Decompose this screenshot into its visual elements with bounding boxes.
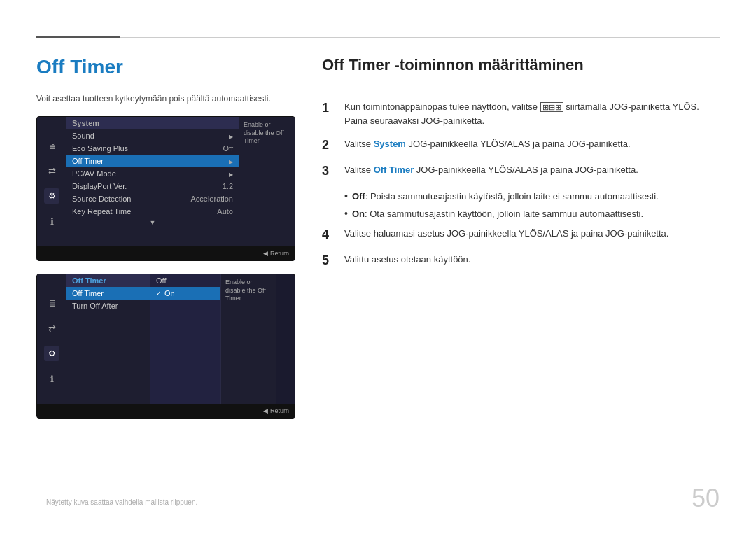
subtitle-text: Voit asettaa tuotteen kytkeytymään pois … — [36, 94, 309, 104]
info-icon: ℹ — [44, 213, 59, 229]
page-number: 50 — [692, 484, 720, 513]
step-5: 5 Valittu asetus otetaan käyttöön. — [322, 253, 720, 269]
steps-list: 1 Kun toimintonäppäinopas tulee näyttöön… — [322, 100, 720, 269]
footer-note: Näytetty kuva saattaa vaihdella mallista… — [36, 498, 197, 506]
page-title: Off Timer — [36, 56, 309, 78]
bullet-off: • Off: Poista sammutusajastin käytöstä, … — [344, 190, 720, 204]
return-button-2: ◀ Return — [263, 407, 289, 414]
step-1: 1 Kun toimintonäppäinopas tulee näyttöön… — [322, 100, 720, 127]
return-button-1: ◀ Return — [263, 250, 289, 257]
step-text-5: Valittu asetus otetaan käyttöön. — [344, 253, 720, 267]
monitor-sidebar-1: 🖥 ⇄ ⚙ ℹ — [37, 117, 66, 246]
sub-option-on: ✓ On — [150, 287, 220, 300]
sub-options-panel: Off ✓ On — [150, 274, 220, 404]
right-column: Off Timer -toiminnon määrittäminen 1 Kun… — [322, 56, 720, 279]
submenu-item-turnoff: Turn Off After — [66, 300, 150, 312]
menu-item-eco: Eco Saving Plus Off — [66, 142, 239, 155]
submenu-header: Off Timer — [66, 274, 150, 287]
monitor-icon: 🖥 — [44, 138, 59, 153]
step-2: 2 Valitse System JOG-painikkeella YLÖS/A… — [322, 137, 720, 153]
monitor-tip-2: Enable or disable the Off Timer. — [220, 274, 276, 404]
bullet-on: • On: Ota sammutusajastin käyttöön, joll… — [344, 207, 720, 221]
network-icon: ⇄ — [44, 163, 59, 178]
settings-icon: ⚙ — [44, 188, 59, 204]
menu-item-pcav: PC/AV Mode — [66, 167, 239, 180]
step-number-4: 4 — [322, 227, 336, 243]
top-decoration — [36, 36, 720, 38]
monitor-bottom-1: ◀ Return — [37, 246, 295, 260]
menu-item-displayport: DisplayPort Ver. 1.2 — [66, 180, 239, 192]
monitor-icon-2: 🖥 — [44, 295, 59, 311]
network-icon-2: ⇄ — [44, 321, 59, 336]
step-text-1: Kun toimintonäppäinopas tulee näyttöön, … — [344, 100, 720, 127]
monitor-menu-1: System Sound Eco Saving Plus Off Off Tim… — [66, 117, 239, 246]
monitor-bottom-2: ◀ Return — [37, 404, 295, 418]
step-text-2: Valitse System JOG-painikkeella YLÖS/ALA… — [344, 137, 720, 151]
monitor-mockup-1: 🖥 ⇄ ⚙ ℹ System Sound Eco Saving Plus Off… — [36, 116, 295, 261]
monitor-mockup-2: 🖥 ⇄ ⚙ ℹ Off Timer Off Timer Turn Off Aft… — [36, 274, 295, 419]
step-number-5: 5 — [322, 253, 336, 269]
step-number-2: 2 — [322, 137, 336, 153]
sub-option-off: Off — [150, 274, 220, 287]
section-title: Off Timer -toiminnon määrittäminen — [322, 56, 720, 83]
step-text-3: Valitse Off Timer JOG-painikkeella YLÖS/… — [344, 163, 720, 177]
menu-item-keyrepeat: Key Repeat Time Auto — [66, 205, 239, 218]
step-4: 4 Valitse haluamasi asetus JOG-painikkee… — [322, 227, 720, 243]
menu-header-1: System — [66, 117, 239, 129]
step-text-4: Valitse haluamasi asetus JOG-painikkeell… — [344, 227, 720, 241]
step-number-1: 1 — [322, 100, 336, 116]
submenu-item-offtimer: Off Timer — [66, 287, 150, 300]
submenu-panel: Off Timer Off Timer Turn Off After — [66, 274, 150, 404]
monitor-sidebar-2: 🖥 ⇄ ⚙ ℹ — [37, 274, 66, 404]
settings-icon-2: ⚙ — [44, 346, 59, 361]
left-column: Off Timer Voit asettaa tuotteen kytkeyty… — [36, 56, 309, 419]
monitor-tip-1: Enable or disable the Off Timer. — [239, 117, 295, 246]
line-dark — [36, 36, 120, 38]
step-number-3: 3 — [322, 163, 336, 179]
menu-item-source: Source Detection Acceleration — [66, 192, 239, 205]
menu-item-sound: Sound — [66, 129, 239, 142]
bullet-list: • Off: Poista sammutusajastin käytöstä, … — [344, 190, 720, 221]
step-3: 3 Valitse Off Timer JOG-painikkeella YLÖ… — [322, 163, 720, 179]
menu-item-offtimer: Off Timer — [66, 155, 239, 167]
line-light — [120, 37, 720, 38]
info-icon-2: ℹ — [44, 371, 59, 386]
